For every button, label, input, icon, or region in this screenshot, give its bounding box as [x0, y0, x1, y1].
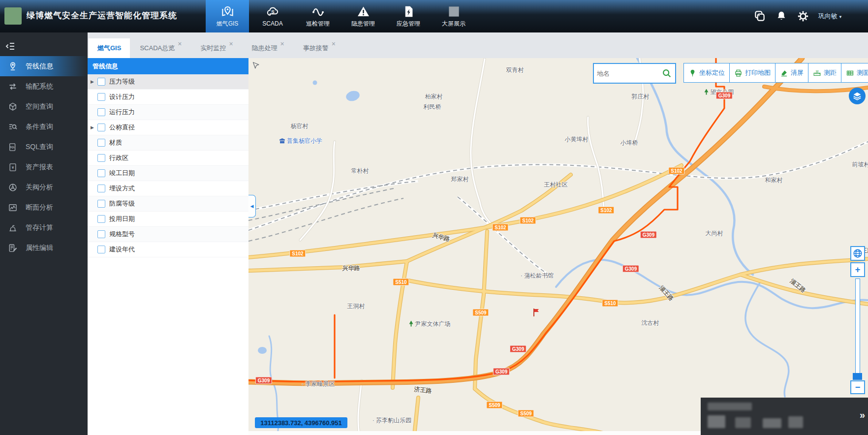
user-menu[interactable]: 巩向敏	[818, 12, 842, 21]
tab-close-icon[interactable]	[229, 40, 233, 47]
sidebar-item[interactable]: ¥ 资产报表	[0, 157, 88, 177]
map-label: 兴华路	[341, 264, 360, 273]
tab-close-icon[interactable]	[280, 40, 284, 47]
blurred-block	[735, 417, 751, 428]
map-label-text: 王洞村	[347, 302, 365, 311]
layer-checkbox[interactable]	[97, 200, 105, 208]
sidebar-item[interactable]: 管线信息	[0, 56, 88, 76]
nav-item[interactable]: 大屏展示	[432, 0, 475, 32]
layer-checkbox[interactable]	[97, 139, 105, 147]
map-label: 郭庄村	[630, 93, 650, 101]
map-label-text: 常朴村	[351, 167, 369, 175]
blurred-block	[708, 403, 752, 410]
app-title: 绿博燃气安全生产运营智能化管理系统	[27, 10, 177, 21]
road-shield: S102	[289, 250, 306, 257]
map-viewport[interactable]: 双青村 柏家村 利民桥 郭庄村	[248, 58, 868, 435]
road-shield: S102	[598, 207, 614, 214]
map-tool-button[interactable]: 清屏	[775, 63, 808, 83]
zoom-out-button[interactable]: −	[850, 380, 865, 394]
layer-tree-row[interactable]: 压力等级	[88, 74, 248, 90]
sidebar-item[interactable]: SQL SQL查询	[0, 137, 88, 157]
sidebar-item-label: 资产报表	[26, 163, 53, 172]
layer-tree-row[interactable]: 运行压力	[88, 105, 248, 120]
svg-text:S: S	[271, 9, 274, 14]
layer-checkbox[interactable]	[97, 230, 105, 238]
poi-icon	[704, 89, 709, 95]
layer-checkbox[interactable]	[97, 246, 105, 253]
map-tool-icon	[780, 69, 788, 77]
layer-checkbox[interactable]	[97, 124, 105, 131]
app-window: 绿博燃气安全生产运营智能化管理系统 燃气GIS S SCADA 巡检管理	[0, 0, 868, 435]
layer-tree-row[interactable]: 材质	[88, 135, 248, 151]
nav-item[interactable]: S SCADA	[251, 0, 294, 32]
layer-label: 压力等级	[109, 77, 135, 86]
sidebar-collapse-icon[interactable]	[5, 40, 17, 52]
sidebar-item[interactable]: 空间查询	[0, 96, 88, 117]
search-icon[interactable]	[661, 68, 672, 79]
zoom-in-button[interactable]: +	[850, 262, 865, 277]
poi-icon	[409, 321, 414, 327]
tab[interactable]: 燃气GIS	[89, 38, 130, 58]
panel-title: 管线信息	[88, 58, 248, 74]
minimap-panel[interactable]: »	[701, 398, 868, 435]
nav-item[interactable]: 燃气GIS	[206, 0, 249, 32]
map-label-text: 双青村	[506, 66, 524, 74]
expand-arrow-icon[interactable]	[91, 79, 97, 84]
tab[interactable]: 实时监控	[191, 38, 242, 58]
search-input[interactable]	[594, 70, 661, 77]
sidebar-item[interactable]: 管存计算	[0, 218, 88, 238]
sidebar-item-icon	[8, 243, 18, 253]
layer-tree-row[interactable]: 设计压力	[88, 90, 248, 105]
map-label-text: 普集杨官小学	[287, 137, 322, 145]
layer-checkbox[interactable]	[97, 215, 105, 223]
minimap-expand-icon[interactable]: »	[860, 409, 865, 421]
layer-tree-row[interactable]: 防腐等级	[88, 196, 248, 212]
layers-button[interactable]	[849, 88, 866, 104]
layer-tree-row[interactable]: 建设年代	[88, 242, 248, 257]
layer-checkbox[interactable]	[97, 108, 105, 116]
map-tool-button[interactable]: 坐标定位	[683, 63, 730, 83]
layer-tree-row[interactable]: 规格型号	[88, 227, 248, 242]
layer-checkbox[interactable]	[97, 169, 105, 177]
layer-label: 公称直径	[109, 123, 135, 132]
sidebar-item[interactable]: 条件查询	[0, 117, 88, 137]
globe-button[interactable]	[850, 246, 865, 261]
expand-arrow-icon[interactable]	[91, 125, 97, 130]
bell-icon[interactable]	[775, 10, 788, 23]
sidebar-item[interactable]: 断面分析	[0, 197, 88, 218]
panel-collapse-handle[interactable]: ◀	[248, 195, 256, 218]
map-label-text: 郭庄村	[632, 93, 650, 101]
layer-checkbox[interactable]	[97, 154, 105, 162]
sidebar-item[interactable]: 关阀分析	[0, 177, 88, 197]
tab[interactable]: 隐患处理	[243, 38, 293, 58]
layer-checkbox[interactable]	[97, 185, 105, 192]
nav-item[interactable]: 应急管理	[387, 0, 430, 32]
map-label-text: 沈古村	[642, 319, 659, 327]
nav-item[interactable]: 巡检管理	[296, 0, 340, 32]
map-tool-button[interactable]: 打印地图	[729, 63, 775, 83]
tab-close-icon[interactable]	[332, 40, 336, 47]
tab-close-icon[interactable]	[178, 40, 182, 47]
layer-tree-row[interactable]: 竣工日期	[88, 166, 248, 181]
sidebar-item[interactable]: 输配系统	[0, 76, 88, 96]
sidebar-menu: 管线信息 输配系统 空间查询 条件查询 SQL	[0, 56, 88, 258]
sidebar-item[interactable]: 属性编辑	[0, 238, 88, 258]
layer-tree-row[interactable]: 公称直径	[88, 120, 248, 135]
tab[interactable]: SCADA总览	[131, 38, 190, 58]
layer-checkbox[interactable]	[97, 78, 105, 86]
layer-tree-row[interactable]: 投用日期	[88, 212, 248, 227]
gear-icon[interactable]	[797, 10, 809, 23]
map-tool-button[interactable]: 测面	[841, 63, 868, 83]
tab[interactable]: 事故接警	[294, 38, 344, 58]
map-canvas[interactable]	[248, 58, 868, 435]
nav-item[interactable]: 隐患管理	[341, 0, 385, 32]
svg-text:SQL: SQL	[10, 146, 15, 149]
layer-tree-row[interactable]: 行政区	[88, 151, 248, 166]
road-shield: G309	[716, 92, 733, 99]
layer-checkbox[interactable]	[97, 93, 105, 101]
layer-tree-row[interactable]: 埋设方式	[88, 181, 248, 196]
zoom-slider-track[interactable]	[855, 279, 860, 374]
map-tool-button[interactable]: 12 测距	[808, 63, 841, 83]
zoom-slider-handle[interactable]	[853, 373, 862, 380]
windows-icon[interactable]	[753, 10, 766, 23]
